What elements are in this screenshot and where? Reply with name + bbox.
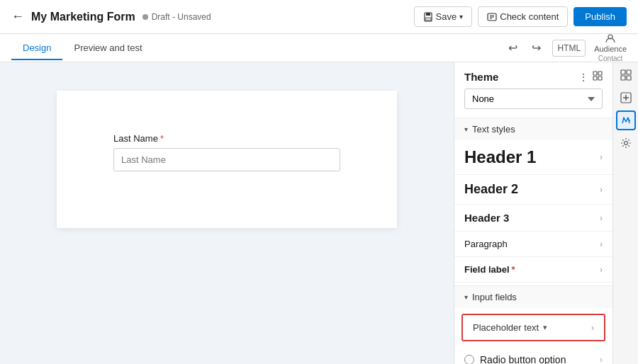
placeholder-nav-chevron-icon: › — [591, 323, 594, 333]
header1-label: Header 1 — [464, 147, 536, 167]
svg-point-20 — [624, 142, 627, 145]
text-styles-section-header[interactable]: ▾ Text styles — [454, 118, 612, 140]
panel-sidebar — [612, 62, 638, 364]
sidebar-grid-button[interactable] — [616, 65, 636, 85]
svg-rect-11 — [598, 76, 602, 80]
tabs: Design Preview and test — [11, 37, 154, 59]
input-fields-title: Input fields — [472, 292, 517, 302]
placeholder-text-item[interactable]: Placeholder text ▾ › — [461, 314, 605, 341]
last-name-field: Last Name * — [113, 133, 340, 171]
header-right: Save ▾ Check content Publish — [414, 6, 627, 27]
header2-item[interactable]: Header 2 › — [454, 175, 612, 205]
radio-chevron-icon: › — [600, 355, 603, 364]
header-left: ← My Marketing Form Draft - Unsaved — [11, 9, 211, 24]
svg-rect-14 — [621, 76, 625, 80]
svg-rect-15 — [627, 76, 631, 80]
theme-expand-button[interactable] — [593, 71, 603, 83]
header1-chevron-icon: › — [600, 152, 603, 162]
toolbar-right: ↩ ↪ HTML Audience Contact — [505, 33, 627, 62]
svg-rect-10 — [593, 76, 597, 80]
audience-sub: Contact — [598, 55, 622, 62]
draft-badge: Draft - Unsaved — [142, 12, 211, 22]
paragraph-chevron-icon: › — [600, 239, 603, 249]
html-button[interactable]: HTML — [552, 40, 586, 57]
save-chevron-icon: ▾ — [459, 13, 463, 21]
header1-item[interactable]: Header 1 › — [454, 140, 612, 175]
save-icon — [423, 12, 433, 22]
radio-label: Radio button option — [480, 354, 566, 364]
header3-item[interactable]: Header 3 › — [454, 205, 612, 232]
draft-dot-icon — [142, 14, 148, 20]
top-header: ← My Marketing Form Draft - Unsaved Save… — [0, 0, 638, 34]
draft-status: Draft - Unsaved — [152, 12, 211, 22]
theme-section-header: Theme ⋮ — [454, 62, 612, 89]
main-layout: Last Name * Theme ⋮ — [0, 62, 638, 364]
radio-button-item[interactable]: Radio button option › — [454, 347, 612, 364]
paragraph-label: Paragraph — [464, 239, 508, 249]
tab-design[interactable]: Design — [11, 37, 62, 60]
page-title: My Marketing Form — [31, 11, 135, 23]
svg-rect-12 — [621, 70, 625, 74]
audience-button[interactable]: Audience Contact — [594, 33, 627, 62]
header2-label: Header 2 — [464, 182, 518, 197]
required-star: * — [160, 133, 164, 144]
svg-rect-1 — [426, 13, 430, 16]
second-toolbar: Design Preview and test ↩ ↪ HTML Audienc… — [0, 34, 638, 62]
theme-actions: ⋮ — [578, 71, 603, 83]
tab-preview[interactable]: Preview and test — [62, 37, 153, 60]
check-content-icon — [487, 12, 497, 22]
field-label: Last Name * — [113, 133, 340, 144]
save-button[interactable]: Save ▾ — [414, 6, 473, 27]
sidebar-settings-button[interactable] — [616, 133, 636, 153]
audience-icon — [605, 33, 616, 45]
svg-rect-2 — [425, 18, 431, 21]
svg-rect-9 — [598, 72, 602, 75]
form-canvas: Last Name * — [57, 91, 397, 228]
svg-rect-8 — [593, 72, 597, 75]
field-label-star: * — [512, 264, 515, 275]
sidebar-styles-button[interactable] — [616, 110, 636, 130]
publish-button[interactable]: Publish — [573, 7, 627, 26]
paragraph-item[interactable]: Paragraph › — [454, 232, 612, 257]
field-label-chevron-icon: › — [600, 265, 603, 275]
field-label-item[interactable]: Field label * › — [454, 257, 612, 283]
theme-menu-button[interactable]: ⋮ — [578, 72, 588, 83]
input-fields-chevron-icon: ▾ — [464, 293, 468, 301]
header3-label: Header 3 — [464, 212, 509, 224]
radio-left: Radio button option — [464, 354, 566, 364]
theme-select[interactable]: None — [464, 89, 603, 109]
radio-circle-icon — [464, 355, 474, 364]
field-label-text: Field label * — [464, 264, 515, 275]
text-styles-title: Text styles — [472, 124, 515, 135]
input-fields-section-header[interactable]: ▾ Input fields — [454, 285, 612, 308]
redo-button[interactable]: ↪ — [529, 38, 544, 57]
placeholder-left: Placeholder text ▾ — [473, 322, 547, 333]
check-content-button[interactable]: Check content — [478, 6, 568, 27]
placeholder-dropdown-icon[interactable]: ▾ — [543, 323, 547, 332]
sidebar-add-button[interactable] — [616, 88, 636, 108]
theme-select-wrapper: None — [454, 89, 612, 118]
text-styles-chevron-icon: ▾ — [464, 125, 468, 133]
svg-rect-13 — [627, 70, 631, 74]
placeholder-text-label: Placeholder text — [473, 322, 539, 333]
last-name-input[interactable] — [113, 148, 340, 171]
undo-button[interactable]: ↩ — [505, 38, 520, 57]
right-panel: Theme ⋮ None — [454, 62, 638, 364]
audience-label: Audience — [594, 45, 627, 54]
theme-title: Theme — [464, 71, 498, 83]
canvas-area: Last Name * — [0, 62, 454, 364]
back-button[interactable]: ← — [11, 9, 24, 24]
header3-chevron-icon: › — [600, 213, 603, 223]
header2-chevron-icon: › — [600, 185, 603, 195]
panel-content: Theme ⋮ None — [454, 62, 612, 364]
